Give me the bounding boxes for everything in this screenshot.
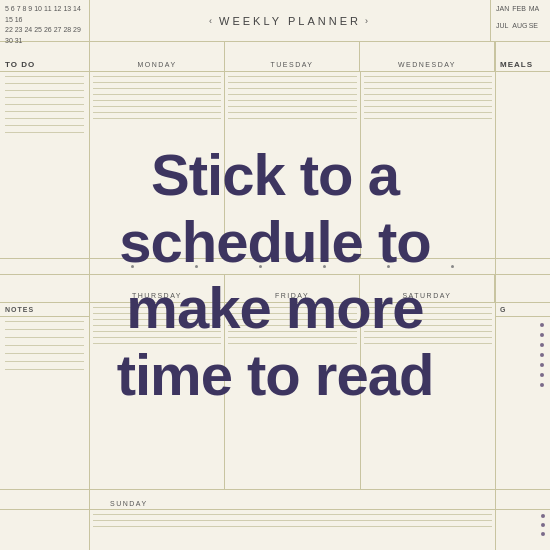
right-arrow-icon: › [365, 16, 371, 26]
line [5, 118, 84, 119]
line [228, 118, 356, 119]
line [364, 106, 492, 107]
goal-dot [540, 333, 544, 337]
line [228, 112, 356, 113]
line [5, 90, 84, 91]
header-months: JAN FEB MA JUL AUG SE [490, 0, 550, 41]
goal-dot [541, 523, 545, 527]
goal-dot [540, 353, 544, 357]
sunday-spacer [0, 490, 90, 509]
planner-subheader-top: TO DO MONDAY TUESDAY WEDNESDAY MEALS [0, 42, 550, 72]
overlay-line3: make more [14, 275, 537, 342]
meals-label: MEALS [495, 42, 550, 71]
overlay-text: Stick to a schedule to make more time to… [14, 142, 537, 409]
line [228, 100, 356, 101]
line [364, 94, 492, 95]
line [364, 100, 492, 101]
line [93, 106, 221, 107]
goal-dot [540, 323, 544, 327]
line [5, 111, 84, 112]
line [364, 82, 492, 83]
line [5, 83, 84, 84]
weekly-planner-title: ‹ WEEKLY PLANNER › [90, 0, 490, 41]
line [93, 100, 221, 101]
todo-label: TO DO [0, 42, 90, 71]
sunday-body-right [495, 510, 550, 550]
line [228, 88, 356, 89]
goal-dot [540, 373, 544, 377]
goal-dot [541, 532, 545, 536]
line [93, 526, 492, 527]
planner-header: 5 6 7 8 9 10 11 12 13 14 15 16 22 23 24 … [0, 0, 550, 42]
wednesday-header: WEDNESDAY [360, 42, 495, 71]
header-dates: 5 6 7 8 9 10 11 12 13 14 15 16 22 23 24 … [0, 0, 90, 41]
goal-dot [540, 343, 544, 347]
line [5, 125, 84, 126]
tuesday-header: TUESDAY [225, 42, 360, 71]
line [93, 94, 221, 95]
line [5, 76, 84, 77]
planner-container: 5 6 7 8 9 10 11 12 13 14 15 16 22 23 24 … [0, 0, 550, 550]
overlay-line1: Stick to a [14, 142, 537, 209]
line [93, 82, 221, 83]
monday-header: MONDAY [90, 42, 225, 71]
line [93, 88, 221, 89]
line [93, 118, 221, 119]
line [364, 112, 492, 113]
line [364, 88, 492, 89]
line [5, 104, 84, 105]
line [364, 118, 492, 119]
sunday-label: SUNDAY [90, 490, 495, 509]
line [93, 520, 492, 521]
line [5, 132, 84, 133]
sunday-body-content [90, 510, 495, 550]
left-arrow-icon: ‹ [209, 16, 215, 26]
day-cols-top: MONDAY TUESDAY WEDNESDAY [90, 42, 495, 71]
goal-dot [540, 363, 544, 367]
line [5, 97, 84, 98]
line [93, 76, 221, 77]
line [228, 76, 356, 77]
goal-dot [541, 514, 545, 518]
sunday-body [0, 510, 550, 550]
line [228, 82, 356, 83]
line [93, 112, 221, 113]
line [228, 106, 356, 107]
overlay-line2: schedule to [14, 208, 537, 275]
line [228, 94, 356, 95]
sunday-body-spacer [0, 510, 90, 550]
overlay-line4: time to read [14, 342, 537, 409]
line [93, 514, 492, 515]
goal-dot [540, 383, 544, 387]
sunday-right [495, 490, 550, 509]
line [364, 76, 492, 77]
sunday-header: SUNDAY [0, 490, 550, 510]
